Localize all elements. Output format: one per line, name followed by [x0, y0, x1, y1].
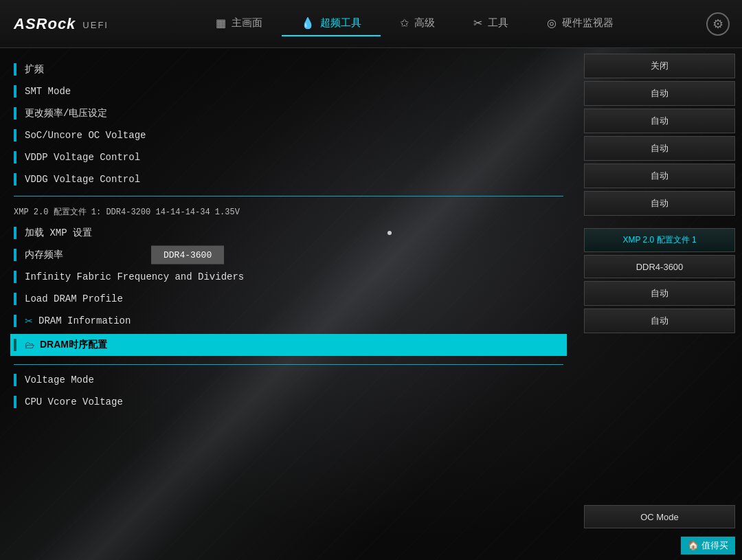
menu-item-voltage-mode[interactable]: Voltage Mode — [14, 369, 563, 391]
indicator-icon — [14, 173, 16, 186]
watermark-icon: 🏠 — [688, 540, 699, 550]
value-btn-oc-tuner[interactable]: 关闭 — [584, 54, 735, 78]
menu-label-soc: SoC/Uncore OC Voltage — [25, 130, 146, 141]
settings-button[interactable]: ⚙ — [701, 7, 735, 41]
value-btn-load-xmp[interactable]: XMP 2.0 配置文件 1 — [584, 228, 735, 252]
menu-item-dram-info[interactable]: ✂ DRAM Information — [14, 310, 563, 332]
menu-item-soc-voltage[interactable]: SoC/Uncore OC Voltage — [14, 124, 563, 146]
menu-item-mem-freq[interactable]: 内存频率 DDR4-3600 — [14, 244, 563, 266]
menu-item-load-xmp[interactable]: 加载 XMP 设置 — [14, 222, 563, 244]
mem-freq-dropdown-value: DDR4-3600 — [164, 250, 212, 260]
main-content: 扩频 SMT Mode 更改频率/电压设定 SoC/Uncore OC Volt… — [0, 48, 742, 560]
menu-item-freq-voltage[interactable]: 更改频率/电压设定 — [14, 102, 563, 124]
monitor-icon: ◎ — [547, 16, 556, 30]
tab-oc-label: 超频工具 — [320, 16, 361, 30]
menu-label-mem-freq: 内存频率 — [25, 249, 63, 261]
value-btn-soc[interactable]: 自动 — [584, 136, 735, 161]
value-btn-vddg[interactable]: 自动 — [584, 191, 735, 216]
value-btn-vddp[interactable]: 自动 — [584, 164, 735, 188]
value-btn-infinity[interactable]: 自动 — [584, 281, 735, 306]
indicator-icon — [14, 271, 16, 283]
mem-freq-dropdown[interactable]: DDR4-3600 — [151, 246, 224, 265]
value-btn-voltage-mode[interactable]: OC Mode — [584, 505, 735, 528]
menu-label-smt: SMT Mode — [25, 86, 71, 97]
right-spacer-1 — [584, 219, 735, 225]
tab-oc[interactable]: 💧 超频工具 — [282, 11, 381, 36]
tab-monitor-label: 硬件监视器 — [562, 16, 614, 30]
menu-label-voltage-mode: Voltage Mode — [25, 374, 94, 385]
value-btn-freq[interactable]: 自动 — [584, 109, 735, 133]
tools-sub-icon: ✂ — [25, 315, 33, 326]
brand-subtitle: UEFI — [82, 20, 109, 30]
value-btn-load-dram[interactable]: 自动 — [584, 309, 735, 333]
menu-item-oc-tuner[interactable]: 扩频 — [14, 58, 563, 80]
brand-logo: ASRock — [14, 15, 76, 33]
tab-advanced[interactable]: ✩ 高级 — [381, 11, 454, 36]
indicator-icon — [14, 129, 16, 142]
menu-label-infinity: Infinity Fabric Frequency and Dividers — [25, 271, 244, 282]
advanced-icon: ✩ — [400, 16, 409, 30]
gear-icon: ⚙ — [706, 12, 730, 36]
tab-monitor[interactable]: ◎ 硬件监视器 — [528, 11, 633, 36]
menu-item-cpu-vcore[interactable]: CPU Vcore Voltage — [14, 391, 563, 413]
tab-tools-label: 工具 — [488, 16, 508, 30]
indicator-icon — [14, 227, 16, 239]
main-icon: ▦ — [216, 16, 226, 30]
xmp-info-text: XMP 2.0 配置文件 1: DDR4-3200 14-14-14-34 1.… — [14, 202, 563, 222]
menu-label-load-xmp: 加载 XMP 设置 — [25, 227, 92, 239]
menu-label-cpu-vcore: CPU Vcore Voltage — [25, 396, 123, 407]
indicator-icon — [14, 249, 16, 261]
menu-label-oc-tuner: 扩频 — [25, 63, 44, 76]
indicator-icon — [14, 63, 16, 76]
menu-label-freq-voltage: 更改频率/电压设定 — [25, 107, 107, 120]
indicator-icon — [14, 315, 16, 327]
left-panel: 扩频 SMT Mode 更改频率/电压设定 SoC/Uncore OC Volt… — [0, 48, 577, 560]
watermark-badge: 🏠 值得买 — [681, 537, 735, 555]
nav-tabs: ▦ 主画面 💧 超频工具 ✩ 高级 ✂ 工具 ◎ 硬件监视器 — [129, 11, 701, 36]
menu-label-dram-timing: DRAM时序配置 — [40, 339, 107, 351]
right-spacer-dram-info — [584, 336, 735, 359]
logo: ASRock UEFI — [14, 15, 109, 33]
indicator-icon — [14, 339, 16, 351]
right-spacer-2 — [584, 388, 735, 502]
value-btn-smt[interactable]: 自动 — [584, 81, 735, 106]
right-panel: 关闭 自动 自动 自动 自动 自动 XMP 2.0 配置文件 1 DDR4-36… — [577, 48, 742, 560]
tab-main[interactable]: ▦ 主画面 — [196, 11, 282, 36]
menu-label-vddp: VDDP Voltage Control — [25, 152, 140, 163]
indicator-icon — [14, 293, 16, 305]
menu-label-vddg: VDDG Voltage Control — [25, 174, 140, 185]
indicator-icon — [14, 151, 16, 164]
menu-item-vddg[interactable]: VDDG Voltage Control — [14, 168, 563, 190]
oc-icon: 💧 — [301, 16, 315, 30]
menu-item-vddp[interactable]: VDDP Voltage Control — [14, 146, 563, 168]
tab-tools[interactable]: ✂ 工具 — [454, 11, 528, 36]
section-separator-1 — [14, 196, 563, 197]
menu-item-dram-timing[interactable]: 🗁 DRAM时序配置 — [10, 334, 567, 356]
tab-main-label: 主画面 — [232, 16, 262, 30]
right-spacer-dram-timing — [584, 362, 735, 385]
value-btn-mem-freq[interactable]: DDR4-3600 — [584, 255, 735, 278]
watermark-text: 值得买 — [701, 540, 728, 550]
menu-label-load-dram: Load DRAM Profile — [25, 293, 123, 304]
tools-icon: ✂ — [473, 16, 482, 30]
cursor-indicator — [387, 231, 392, 235]
indicator-icon — [14, 396, 16, 408]
tab-advanced-label: 高级 — [414, 16, 435, 30]
menu-item-smt[interactable]: SMT Mode — [14, 80, 563, 102]
indicator-icon — [14, 107, 16, 120]
right-spacer-cpu-vcore: 🏠 值得买 — [584, 531, 735, 555]
indicator-icon — [14, 374, 16, 386]
indicator-icon — [14, 85, 16, 98]
menu-item-infinity[interactable]: Infinity Fabric Frequency and Dividers — [14, 266, 563, 288]
header: ASRock UEFI ▦ 主画面 💧 超频工具 ✩ 高级 ✂ 工具 ◎ 硬件监… — [0, 0, 742, 48]
menu-item-load-dram[interactable]: Load DRAM Profile — [14, 288, 563, 310]
menu-label-dram-info: DRAM Information — [38, 315, 131, 326]
folder-icon: 🗁 — [25, 339, 34, 350]
section-separator-2 — [14, 364, 563, 365]
